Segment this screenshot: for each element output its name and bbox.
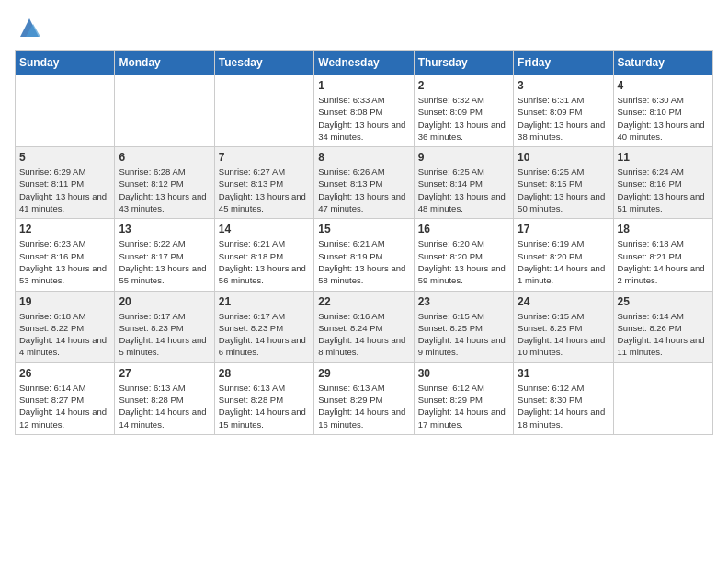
calendar-header-tuesday: Tuesday <box>214 51 313 75</box>
logo <box>15 15 42 40</box>
calendar-cell: 8Sunrise: 6:26 AM Sunset: 8:13 PM Daylig… <box>314 147 414 219</box>
day-info: Sunrise: 6:21 AM Sunset: 8:18 PM Dayligh… <box>219 237 310 286</box>
day-number: 24 <box>518 295 609 308</box>
day-info: Sunrise: 6:13 AM Sunset: 8:28 PM Dayligh… <box>219 382 310 431</box>
calendar-cell <box>214 75 313 147</box>
day-info: Sunrise: 6:12 AM Sunset: 8:29 PM Dayligh… <box>418 382 509 431</box>
calendar-cell: 9Sunrise: 6:25 AM Sunset: 8:14 PM Daylig… <box>414 147 513 219</box>
day-number: 13 <box>119 223 210 236</box>
calendar-cell: 3Sunrise: 6:31 AM Sunset: 8:09 PM Daylig… <box>514 75 613 147</box>
day-info: Sunrise: 6:19 AM Sunset: 8:20 PM Dayligh… <box>518 237 609 286</box>
day-info: Sunrise: 6:15 AM Sunset: 8:25 PM Dayligh… <box>418 310 509 359</box>
day-info: Sunrise: 6:30 AM Sunset: 8:10 PM Dayligh… <box>618 94 709 143</box>
day-number: 23 <box>418 295 509 308</box>
calendar-cell: 26Sunrise: 6:14 AM Sunset: 8:27 PM Dayli… <box>16 362 115 434</box>
calendar-cell: 31Sunrise: 6:12 AM Sunset: 8:30 PM Dayli… <box>514 362 613 434</box>
day-info: Sunrise: 6:12 AM Sunset: 8:30 PM Dayligh… <box>518 382 609 431</box>
day-info: Sunrise: 6:24 AM Sunset: 8:16 PM Dayligh… <box>618 166 709 214</box>
calendar-week-row: 26Sunrise: 6:14 AM Sunset: 8:27 PM Dayli… <box>16 362 713 434</box>
day-number: 2 <box>418 79 509 92</box>
calendar-header-row: SundayMondayTuesdayWednesdayThursdayFrid… <box>16 51 713 75</box>
day-number: 21 <box>219 295 310 308</box>
day-number: 19 <box>19 295 110 308</box>
day-info: Sunrise: 6:14 AM Sunset: 8:26 PM Dayligh… <box>618 310 709 359</box>
calendar-cell: 20Sunrise: 6:17 AM Sunset: 8:23 PM Dayli… <box>115 291 214 362</box>
day-number: 17 <box>518 223 609 236</box>
calendar-cell: 30Sunrise: 6:12 AM Sunset: 8:29 PM Dayli… <box>414 362 513 434</box>
day-info: Sunrise: 6:15 AM Sunset: 8:25 PM Dayligh… <box>518 310 609 359</box>
calendar-cell: 4Sunrise: 6:30 AM Sunset: 8:10 PM Daylig… <box>613 75 712 147</box>
logo-icon <box>17 15 42 40</box>
calendar-cell: 6Sunrise: 6:28 AM Sunset: 8:12 PM Daylig… <box>115 147 214 219</box>
calendar-table: SundayMondayTuesdayWednesdayThursdayFrid… <box>15 50 713 435</box>
day-number: 22 <box>318 295 409 308</box>
day-number: 18 <box>618 223 709 236</box>
day-number: 28 <box>219 367 310 380</box>
calendar-cell <box>16 75 115 147</box>
day-info: Sunrise: 6:17 AM Sunset: 8:23 PM Dayligh… <box>219 310 310 359</box>
day-info: Sunrise: 6:33 AM Sunset: 8:08 PM Dayligh… <box>318 94 409 143</box>
calendar-header-saturday: Saturday <box>613 51 712 75</box>
calendar-week-row: 12Sunrise: 6:23 AM Sunset: 8:16 PM Dayli… <box>16 219 713 291</box>
day-number: 12 <box>19 223 110 236</box>
calendar-cell <box>613 362 712 434</box>
day-info: Sunrise: 6:25 AM Sunset: 8:14 PM Dayligh… <box>418 166 509 214</box>
day-number: 16 <box>418 223 509 236</box>
day-number: 15 <box>318 223 409 236</box>
calendar-week-row: 1Sunrise: 6:33 AM Sunset: 8:08 PM Daylig… <box>16 75 713 147</box>
calendar-cell: 1Sunrise: 6:33 AM Sunset: 8:08 PM Daylig… <box>314 75 414 147</box>
day-info: Sunrise: 6:26 AM Sunset: 8:13 PM Dayligh… <box>318 166 409 214</box>
day-number: 27 <box>119 367 210 380</box>
calendar-cell: 25Sunrise: 6:14 AM Sunset: 8:26 PM Dayli… <box>613 291 712 362</box>
calendar-header-thursday: Thursday <box>414 51 513 75</box>
calendar-cell: 14Sunrise: 6:21 AM Sunset: 8:18 PM Dayli… <box>214 219 313 291</box>
calendar-header-wednesday: Wednesday <box>314 51 414 75</box>
day-number: 11 <box>618 151 709 164</box>
calendar-cell: 21Sunrise: 6:17 AM Sunset: 8:23 PM Dayli… <box>214 291 313 362</box>
calendar-cell: 29Sunrise: 6:13 AM Sunset: 8:29 PM Dayli… <box>314 362 414 434</box>
page-header <box>15 15 713 40</box>
day-number: 25 <box>618 295 709 308</box>
day-info: Sunrise: 6:21 AM Sunset: 8:19 PM Dayligh… <box>318 237 409 286</box>
day-number: 26 <box>19 367 110 380</box>
calendar-cell: 11Sunrise: 6:24 AM Sunset: 8:16 PM Dayli… <box>613 147 712 219</box>
day-info: Sunrise: 6:13 AM Sunset: 8:29 PM Dayligh… <box>318 382 409 431</box>
day-info: Sunrise: 6:17 AM Sunset: 8:23 PM Dayligh… <box>119 310 210 359</box>
day-info: Sunrise: 6:25 AM Sunset: 8:15 PM Dayligh… <box>518 166 609 214</box>
calendar-header-friday: Friday <box>514 51 613 75</box>
calendar-cell: 5Sunrise: 6:29 AM Sunset: 8:11 PM Daylig… <box>16 147 115 219</box>
calendar-cell: 18Sunrise: 6:18 AM Sunset: 8:21 PM Dayli… <box>613 219 712 291</box>
day-number: 8 <box>318 151 409 164</box>
day-info: Sunrise: 6:13 AM Sunset: 8:28 PM Dayligh… <box>119 382 210 431</box>
calendar-cell: 13Sunrise: 6:22 AM Sunset: 8:17 PM Dayli… <box>115 219 214 291</box>
day-info: Sunrise: 6:16 AM Sunset: 8:24 PM Dayligh… <box>318 310 409 359</box>
day-info: Sunrise: 6:23 AM Sunset: 8:16 PM Dayligh… <box>19 237 110 286</box>
calendar-cell: 2Sunrise: 6:32 AM Sunset: 8:09 PM Daylig… <box>414 75 513 147</box>
day-info: Sunrise: 6:27 AM Sunset: 8:13 PM Dayligh… <box>219 166 310 214</box>
calendar-cell: 28Sunrise: 6:13 AM Sunset: 8:28 PM Dayli… <box>214 362 313 434</box>
day-number: 5 <box>19 151 110 164</box>
day-info: Sunrise: 6:14 AM Sunset: 8:27 PM Dayligh… <box>19 382 110 431</box>
day-number: 4 <box>618 79 709 92</box>
calendar-cell: 19Sunrise: 6:18 AM Sunset: 8:22 PM Dayli… <box>16 291 115 362</box>
day-number: 3 <box>518 79 609 92</box>
day-info: Sunrise: 6:18 AM Sunset: 8:22 PM Dayligh… <box>19 310 110 359</box>
day-number: 20 <box>119 295 210 308</box>
calendar-cell <box>115 75 214 147</box>
day-number: 14 <box>219 223 310 236</box>
day-info: Sunrise: 6:31 AM Sunset: 8:09 PM Dayligh… <box>518 94 609 143</box>
day-info: Sunrise: 6:28 AM Sunset: 8:12 PM Dayligh… <box>119 166 210 214</box>
calendar-cell: 27Sunrise: 6:13 AM Sunset: 8:28 PM Dayli… <box>115 362 214 434</box>
calendar-cell: 15Sunrise: 6:21 AM Sunset: 8:19 PM Dayli… <box>314 219 414 291</box>
calendar-cell: 12Sunrise: 6:23 AM Sunset: 8:16 PM Dayli… <box>16 219 115 291</box>
calendar-cell: 24Sunrise: 6:15 AM Sunset: 8:25 PM Dayli… <box>514 291 613 362</box>
calendar-cell: 16Sunrise: 6:20 AM Sunset: 8:20 PM Dayli… <box>414 219 513 291</box>
calendar-cell: 7Sunrise: 6:27 AM Sunset: 8:13 PM Daylig… <box>214 147 313 219</box>
day-number: 30 <box>418 367 509 380</box>
day-number: 9 <box>418 151 509 164</box>
calendar-week-row: 19Sunrise: 6:18 AM Sunset: 8:22 PM Dayli… <box>16 291 713 362</box>
calendar-header-sunday: Sunday <box>16 51 115 75</box>
day-number: 29 <box>318 367 409 380</box>
calendar-cell: 23Sunrise: 6:15 AM Sunset: 8:25 PM Dayli… <box>414 291 513 362</box>
day-info: Sunrise: 6:20 AM Sunset: 8:20 PM Dayligh… <box>418 237 509 286</box>
